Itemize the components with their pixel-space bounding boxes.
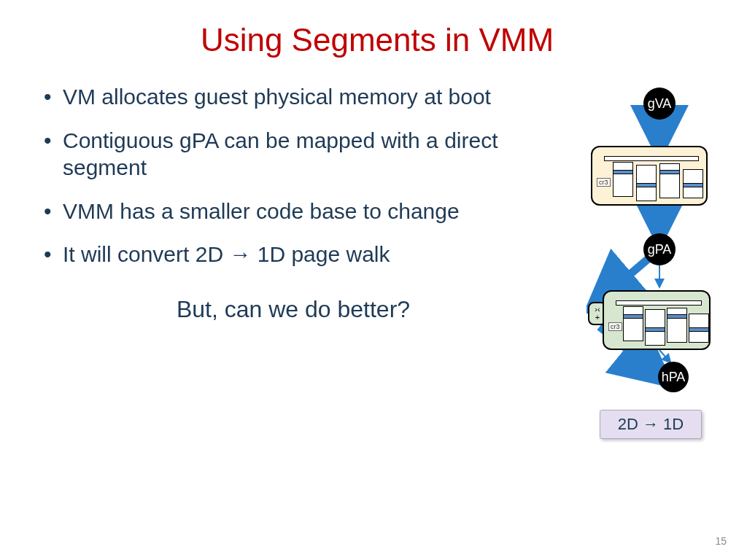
bullet-item: Contiguous gPA can be mapped with a dire… [63,127,572,182]
direct-symbol-bot: + [595,314,600,322]
cr3-label: cr3 [597,178,611,187]
question-text: But, can we do better? [15,295,572,324]
node-gva: gVA [643,88,676,120]
conversion-badge: 2D → 1D [600,410,702,439]
bullet-item: VM allocates guest physical memory at bo… [63,83,572,111]
page-number: 15 [715,535,727,547]
cr3-label: cr3 [608,322,622,331]
bullet-item: VMM has a smaller code base to change [63,198,572,225]
node-gpa: gPA [643,233,676,265]
svg-line-3 [659,350,670,362]
host-pagetable-box: cr3 [603,290,711,350]
slide-body: VM allocates guest physical memory at bo… [44,83,711,324]
node-hpa: hPA [658,362,689,392]
diagram: gVA cr3 gPA ›‹ + cr3 [587,83,711,324]
bullet-item: It will convert 2D → 1D page walk [63,241,572,268]
bullets-column: VM allocates guest physical memory at bo… [44,83,572,324]
slide-title: Using Segments in VMM [44,22,711,58]
slide: Using Segments in VMM VM allocates guest… [0,0,747,560]
guest-pagetable-box: cr3 [591,146,708,206]
bullet-list: VM allocates guest physical memory at bo… [44,83,572,268]
